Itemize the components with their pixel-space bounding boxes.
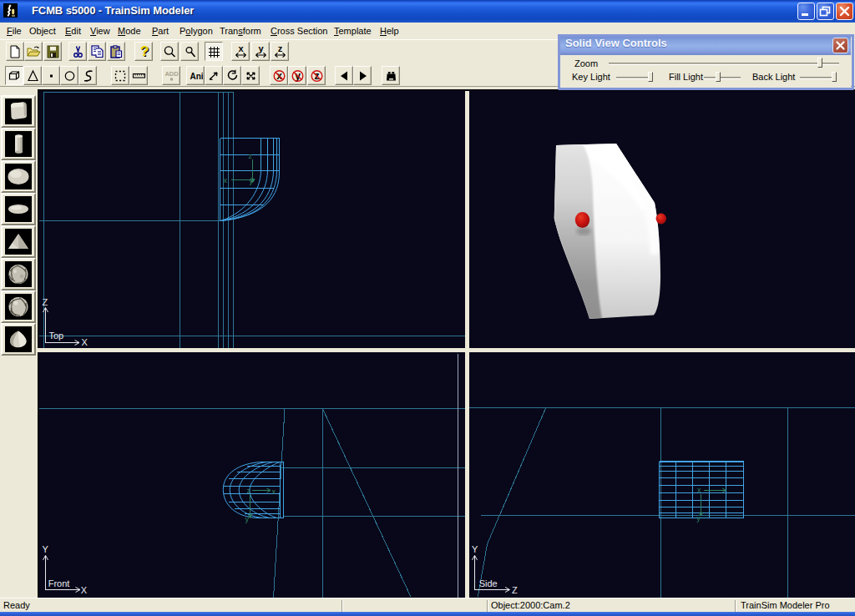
svg-text:ADD: ADD [164,70,179,78]
svg-text:Side: Side [479,578,498,588]
svg-text:Z: Z [512,585,518,595]
svg-text:y: y [250,177,254,185]
svg-text:x: x [238,45,244,53]
svg-text:Y: Y [472,544,478,554]
svg-text:y: y [696,514,701,523]
svg-text:x: x [224,176,228,184]
svg-text:Ani: Ani [190,72,203,81]
svg-text:z: z [277,45,282,53]
svg-text:?: ? [140,45,149,58]
svg-text:z: z [249,152,253,160]
svg-text:Z: Z [43,297,48,307]
svg-text:Y: Y [43,544,49,554]
svg-text:y: y [258,45,264,53]
svg-text:x: x [697,486,701,494]
svg-text:z: z [247,487,251,495]
svg-text:Front: Front [48,578,70,588]
svg-text:y: y [245,515,250,523]
svg-text:X: X [82,337,89,347]
svg-text:x: x [272,487,276,496]
svg-text:Top: Top [49,331,64,341]
svg-text:X: X [81,585,88,595]
